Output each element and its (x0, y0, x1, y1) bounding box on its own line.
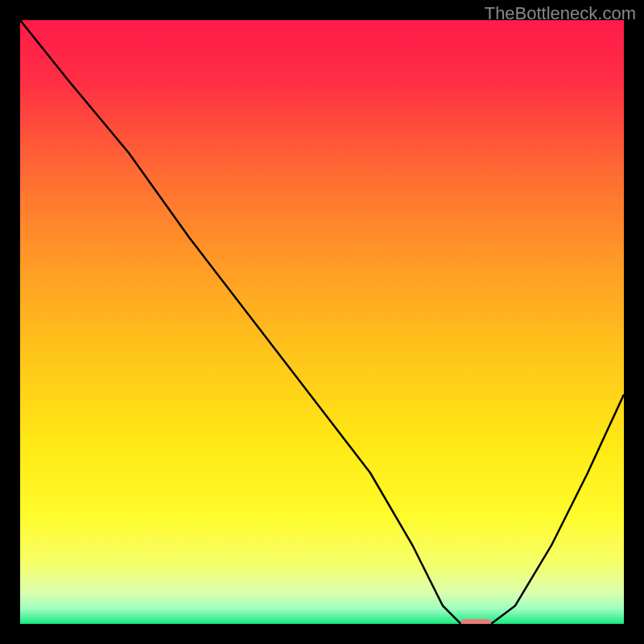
watermark-text: TheBottleneck.com (485, 3, 636, 24)
chart-container (20, 20, 624, 624)
gradient-background (20, 20, 624, 624)
optimal-marker (461, 619, 492, 624)
chart-svg (20, 20, 624, 624)
